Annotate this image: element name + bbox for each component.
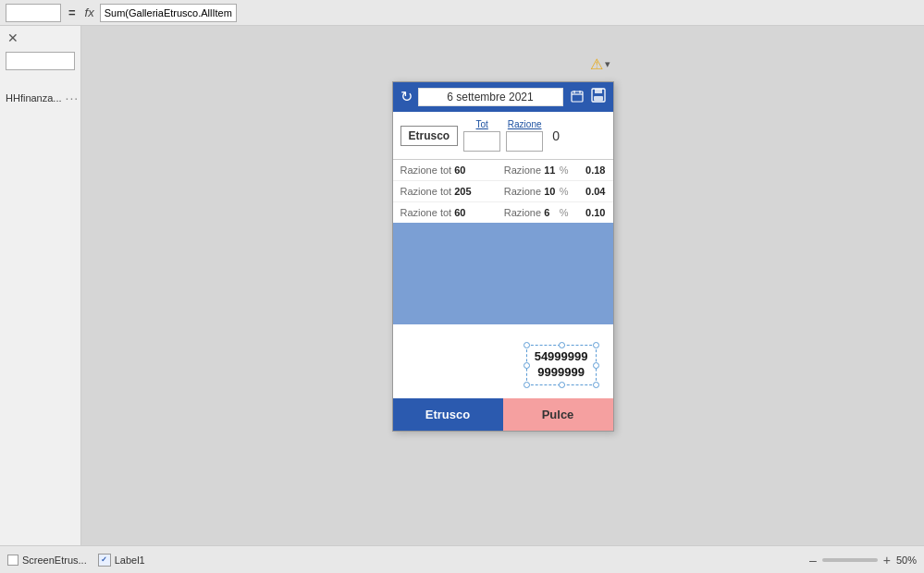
razione-input[interactable] bbox=[506, 131, 543, 152]
calendar-button[interactable] bbox=[569, 90, 585, 105]
table-row: Razione tot 60 Razione 11 % 0.18 bbox=[393, 160, 613, 181]
svg-rect-5 bbox=[595, 89, 602, 93]
tab2-icon: ✓ bbox=[98, 554, 111, 567]
big-number-box[interactable]: 54999999 9999999 bbox=[526, 345, 597, 385]
razione-label-1: Razione bbox=[504, 165, 541, 176]
razione-tot-value-3: 60 bbox=[454, 207, 465, 218]
zoom-level-label: 50% bbox=[896, 555, 917, 566]
formula-bar[interactable] bbox=[100, 4, 237, 22]
refresh-button[interactable]: ↻ bbox=[400, 90, 413, 104]
razione-label-3: Razione bbox=[504, 207, 541, 218]
tab1-checkbox[interactable] bbox=[7, 555, 18, 566]
col-value-3: 0.10 bbox=[573, 207, 606, 218]
card-header: ↻ 6 settembre 2021 bbox=[393, 82, 613, 112]
razione-tot-label-2: Razione tot bbox=[400, 186, 452, 197]
razione-tot-value-2: 205 bbox=[454, 186, 471, 197]
razione-val-3: 6 bbox=[544, 207, 549, 218]
razione-tot-value-1: 60 bbox=[454, 165, 465, 176]
fx-button[interactable]: fx bbox=[83, 6, 96, 19]
left-panel: ✕ HHfinanza... ··· bbox=[0, 26, 81, 545]
pct-label-3: % bbox=[560, 207, 569, 218]
table-row: Razione tot 205 Razione 10 % 0.04 bbox=[393, 181, 613, 202]
top-toolbar: = fx bbox=[0, 0, 924, 26]
status-bar: ScreenEtrus... ✓ Label1 – + 50% bbox=[0, 545, 924, 573]
card-footer: Etrusco Pulce bbox=[393, 398, 613, 431]
handle-bm[interactable] bbox=[559, 382, 565, 388]
handle-tr[interactable] bbox=[593, 342, 599, 348]
handle-ml[interactable] bbox=[524, 362, 530, 369]
tot-input[interactable] bbox=[463, 131, 500, 152]
main-area: ⚠ ▾ ↻ 6 settembre 2021 bbox=[81, 26, 924, 545]
pct-label-1: % bbox=[560, 165, 569, 176]
app-card: ↻ 6 settembre 2021 bbox=[392, 81, 614, 432]
razione-col-2: Razione 10 bbox=[504, 186, 560, 197]
razione-tot-col-1: Razione tot 60 bbox=[400, 165, 504, 176]
pulce-button[interactable]: Pulce bbox=[503, 398, 613, 431]
close-button[interactable]: ✕ bbox=[7, 31, 18, 44]
zoom-slider[interactable] bbox=[822, 558, 878, 562]
big-number-line1: 54999999 bbox=[535, 349, 588, 365]
data-table: Razione tot 60 Razione 11 % 0.18 Razione… bbox=[393, 159, 613, 223]
left-item-label: HHfinanza... bbox=[6, 92, 62, 104]
input-row: Etrusco Tot Razione 0 bbox=[393, 112, 613, 159]
handle-mr[interactable] bbox=[593, 362, 599, 369]
table-row: Razione tot 60 Razione 6 % 0.10 bbox=[393, 202, 613, 223]
handle-tl[interactable] bbox=[524, 342, 530, 348]
tot-label[interactable]: Tot bbox=[476, 119, 488, 129]
tab2-label: Label1 bbox=[115, 555, 145, 566]
razione-col-1: Razione 11 bbox=[504, 165, 560, 176]
tab-screen-etrus[interactable]: ScreenEtrus... bbox=[7, 555, 87, 566]
app-card-container: ⚠ ▾ ↻ 6 settembre 2021 bbox=[392, 81, 614, 432]
etrusco-button[interactable]: Etrusco bbox=[393, 398, 503, 431]
razione-label-2: Razione bbox=[504, 186, 541, 197]
pct-label-2: % bbox=[560, 186, 569, 197]
col-value-2: 0.04 bbox=[573, 186, 606, 197]
save-button[interactable] bbox=[591, 88, 606, 106]
razione-tot-label-1: Razione tot bbox=[400, 165, 452, 176]
toolbar-left: = fx bbox=[6, 4, 237, 22]
zoom-minus-button[interactable]: – bbox=[809, 553, 817, 567]
razione-tot-col-2: Razione tot 205 bbox=[400, 186, 504, 197]
formula-equals: = bbox=[65, 6, 80, 19]
warning-dropdown[interactable]: ▾ bbox=[605, 58, 610, 70]
tot-field-wrap: Tot bbox=[463, 119, 500, 152]
handle-tm[interactable] bbox=[559, 342, 565, 348]
col-value-1: 0.18 bbox=[573, 165, 606, 176]
razione-col-3: Razione 6 bbox=[504, 207, 560, 218]
left-panel-item: HHfinanza... ··· bbox=[6, 91, 75, 105]
tab-label1[interactable]: ✓ Label1 bbox=[98, 554, 145, 567]
razione-tot-label-3: Razione tot bbox=[400, 207, 452, 218]
warning-icon: ⚠ bbox=[590, 55, 603, 73]
handle-bl[interactable] bbox=[524, 382, 530, 388]
razione-val-2: 10 bbox=[544, 186, 555, 197]
zoom-area: – + 50% bbox=[809, 553, 917, 567]
name-box[interactable] bbox=[6, 4, 61, 22]
razione-label[interactable]: Razione bbox=[508, 119, 542, 129]
svg-rect-6 bbox=[594, 96, 603, 101]
blue-section bbox=[393, 223, 613, 324]
svg-rect-0 bbox=[572, 91, 583, 102]
left-search-input[interactable] bbox=[6, 52, 75, 70]
handle-br[interactable] bbox=[593, 382, 599, 388]
etrusco-badge: Etrusco bbox=[400, 126, 459, 146]
more-options-icon[interactable]: ··· bbox=[66, 91, 80, 105]
warning-area: ⚠ ▾ bbox=[590, 55, 610, 73]
zero-value: 0 bbox=[552, 128, 560, 143]
razione-tot-col-3: Razione tot 60 bbox=[400, 207, 504, 218]
zoom-plus-button[interactable]: + bbox=[883, 553, 891, 567]
tab1-label: ScreenEtrus... bbox=[22, 555, 87, 566]
footer-section: 54999999 9999999 bbox=[393, 324, 613, 398]
big-number-line2: 9999999 bbox=[535, 365, 588, 381]
razione-val-1: 11 bbox=[544, 165, 555, 176]
date-display: 6 settembre 2021 bbox=[418, 88, 563, 106]
razione-field-wrap: Razione bbox=[506, 119, 543, 152]
